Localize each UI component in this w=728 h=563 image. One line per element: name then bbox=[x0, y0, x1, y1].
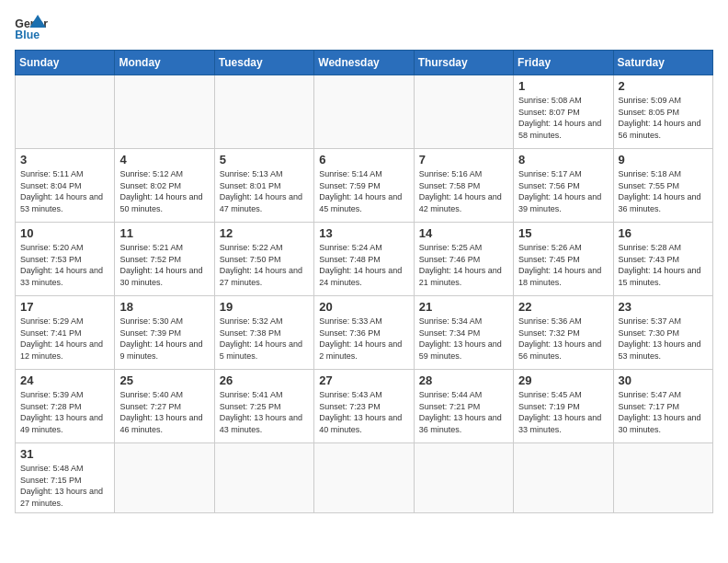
day-number: 19 bbox=[220, 300, 309, 314]
day-info: Sunrise: 5:48 AM Sunset: 7:15 PM Dayligh… bbox=[20, 463, 109, 509]
day-number: 9 bbox=[619, 153, 708, 167]
day-number: 24 bbox=[20, 373, 109, 387]
calendar-cell: 29Sunrise: 5:45 AM Sunset: 7:19 PM Dayli… bbox=[514, 370, 613, 443]
calendar-cell bbox=[115, 443, 214, 513]
day-number: 26 bbox=[220, 373, 309, 387]
calendar-cell: 6Sunrise: 5:14 AM Sunset: 7:59 PM Daylig… bbox=[314, 149, 414, 223]
day-info: Sunrise: 5:20 AM Sunset: 7:53 PM Dayligh… bbox=[20, 242, 109, 288]
calendar-cell: 8Sunrise: 5:17 AM Sunset: 7:56 PM Daylig… bbox=[514, 149, 613, 223]
day-info: Sunrise: 5:21 AM Sunset: 7:52 PM Dayligh… bbox=[119, 242, 209, 288]
day-info: Sunrise: 5:09 AM Sunset: 8:05 PM Dayligh… bbox=[619, 95, 708, 141]
weekday-header-tuesday: Tuesday bbox=[214, 51, 313, 75]
calendar-week-row: 3Sunrise: 5:11 AM Sunset: 8:04 PM Daylig… bbox=[16, 149, 713, 223]
calendar-week-row: 10Sunrise: 5:20 AM Sunset: 7:53 PM Dayli… bbox=[16, 223, 713, 296]
calendar-cell: 22Sunrise: 5:36 AM Sunset: 7:32 PM Dayli… bbox=[514, 296, 613, 370]
logo-icon: General Blue bbox=[15, 15, 48, 42]
day-info: Sunrise: 5:25 AM Sunset: 7:46 PM Dayligh… bbox=[419, 242, 508, 288]
calendar-cell bbox=[514, 443, 613, 513]
page-header: General Blue bbox=[15, 15, 713, 42]
day-number: 23 bbox=[619, 300, 708, 314]
day-info: Sunrise: 5:33 AM Sunset: 7:36 PM Dayligh… bbox=[319, 316, 408, 362]
day-info: Sunrise: 5:08 AM Sunset: 8:07 PM Dayligh… bbox=[518, 95, 608, 141]
day-number: 10 bbox=[20, 226, 109, 240]
day-number: 7 bbox=[419, 153, 508, 167]
day-info: Sunrise: 5:12 AM Sunset: 8:02 PM Dayligh… bbox=[119, 168, 209, 214]
day-info: Sunrise: 5:29 AM Sunset: 7:41 PM Dayligh… bbox=[20, 316, 109, 362]
calendar-cell bbox=[314, 443, 414, 513]
day-info: Sunrise: 5:17 AM Sunset: 7:56 PM Dayligh… bbox=[518, 168, 608, 214]
calendar-cell: 26Sunrise: 5:41 AM Sunset: 7:25 PM Dayli… bbox=[214, 370, 313, 443]
day-number: 29 bbox=[518, 373, 608, 387]
day-number: 21 bbox=[419, 300, 508, 314]
day-number: 12 bbox=[220, 226, 309, 240]
day-number: 25 bbox=[119, 373, 209, 387]
calendar-cell: 23Sunrise: 5:37 AM Sunset: 7:30 PM Dayli… bbox=[613, 296, 712, 370]
day-info: Sunrise: 5:16 AM Sunset: 7:58 PM Dayligh… bbox=[419, 168, 508, 214]
weekday-header-monday: Monday bbox=[115, 51, 214, 75]
calendar-week-row: 24Sunrise: 5:39 AM Sunset: 7:28 PM Dayli… bbox=[16, 370, 713, 443]
calendar-cell: 4Sunrise: 5:12 AM Sunset: 8:02 PM Daylig… bbox=[115, 149, 214, 223]
day-number: 22 bbox=[518, 300, 608, 314]
weekday-header-friday: Friday bbox=[514, 51, 613, 75]
day-number: 18 bbox=[119, 300, 209, 314]
calendar-cell: 31Sunrise: 5:48 AM Sunset: 7:15 PM Dayli… bbox=[16, 443, 115, 513]
calendar-cell bbox=[115, 75, 214, 149]
day-number: 5 bbox=[220, 153, 309, 167]
day-number: 13 bbox=[319, 226, 408, 240]
calendar-cell bbox=[214, 75, 313, 149]
day-info: Sunrise: 5:45 AM Sunset: 7:19 PM Dayligh… bbox=[518, 389, 608, 435]
day-info: Sunrise: 5:37 AM Sunset: 7:30 PM Dayligh… bbox=[619, 316, 708, 362]
calendar-cell: 21Sunrise: 5:34 AM Sunset: 7:34 PM Dayli… bbox=[414, 296, 513, 370]
day-number: 17 bbox=[20, 300, 109, 314]
day-number: 20 bbox=[319, 300, 408, 314]
calendar-week-row: 31Sunrise: 5:48 AM Sunset: 7:15 PM Dayli… bbox=[16, 443, 713, 513]
day-info: Sunrise: 5:18 AM Sunset: 7:55 PM Dayligh… bbox=[619, 168, 708, 214]
calendar-cell bbox=[414, 75, 513, 149]
day-info: Sunrise: 5:39 AM Sunset: 7:28 PM Dayligh… bbox=[20, 389, 109, 435]
day-number: 14 bbox=[419, 226, 508, 240]
day-info: Sunrise: 5:30 AM Sunset: 7:39 PM Dayligh… bbox=[119, 316, 209, 362]
weekday-header-thursday: Thursday bbox=[414, 51, 513, 75]
day-info: Sunrise: 5:22 AM Sunset: 7:50 PM Dayligh… bbox=[220, 242, 309, 288]
calendar-cell: 3Sunrise: 5:11 AM Sunset: 8:04 PM Daylig… bbox=[16, 149, 115, 223]
day-info: Sunrise: 5:47 AM Sunset: 7:17 PM Dayligh… bbox=[619, 389, 708, 435]
calendar-cell bbox=[613, 443, 712, 513]
calendar-week-row: 17Sunrise: 5:29 AM Sunset: 7:41 PM Dayli… bbox=[16, 296, 713, 370]
calendar-cell: 18Sunrise: 5:30 AM Sunset: 7:39 PM Dayli… bbox=[115, 296, 214, 370]
calendar-cell: 28Sunrise: 5:44 AM Sunset: 7:21 PM Dayli… bbox=[414, 370, 513, 443]
day-info: Sunrise: 5:13 AM Sunset: 8:01 PM Dayligh… bbox=[220, 168, 309, 214]
calendar-cell: 11Sunrise: 5:21 AM Sunset: 7:52 PM Dayli… bbox=[115, 223, 214, 296]
calendar-cell: 9Sunrise: 5:18 AM Sunset: 7:55 PM Daylig… bbox=[613, 149, 712, 223]
day-number: 28 bbox=[419, 373, 508, 387]
calendar-cell: 15Sunrise: 5:26 AM Sunset: 7:45 PM Dayli… bbox=[514, 223, 613, 296]
day-number: 30 bbox=[619, 373, 708, 387]
day-info: Sunrise: 5:43 AM Sunset: 7:23 PM Dayligh… bbox=[319, 389, 408, 435]
day-number: 31 bbox=[20, 447, 109, 461]
calendar-cell bbox=[414, 443, 513, 513]
day-number: 3 bbox=[20, 153, 109, 167]
calendar-cell: 20Sunrise: 5:33 AM Sunset: 7:36 PM Dayli… bbox=[314, 296, 414, 370]
day-info: Sunrise: 5:24 AM Sunset: 7:48 PM Dayligh… bbox=[319, 242, 408, 288]
calendar-cell: 17Sunrise: 5:29 AM Sunset: 7:41 PM Dayli… bbox=[16, 296, 115, 370]
calendar-table: SundayMondayTuesdayWednesdayThursdayFrid… bbox=[15, 50, 713, 513]
day-info: Sunrise: 5:26 AM Sunset: 7:45 PM Dayligh… bbox=[518, 242, 608, 288]
calendar-cell: 2Sunrise: 5:09 AM Sunset: 8:05 PM Daylig… bbox=[613, 75, 712, 149]
calendar-cell: 7Sunrise: 5:16 AM Sunset: 7:58 PM Daylig… bbox=[414, 149, 513, 223]
day-info: Sunrise: 5:11 AM Sunset: 8:04 PM Dayligh… bbox=[20, 168, 109, 214]
day-info: Sunrise: 5:44 AM Sunset: 7:21 PM Dayligh… bbox=[419, 389, 508, 435]
logo: General Blue bbox=[15, 15, 48, 42]
calendar-week-row: 1Sunrise: 5:08 AM Sunset: 8:07 PM Daylig… bbox=[16, 75, 713, 149]
day-info: Sunrise: 5:32 AM Sunset: 7:38 PM Dayligh… bbox=[220, 316, 309, 362]
weekday-header-row: SundayMondayTuesdayWednesdayThursdayFrid… bbox=[16, 51, 713, 75]
calendar-cell: 19Sunrise: 5:32 AM Sunset: 7:38 PM Dayli… bbox=[214, 296, 313, 370]
day-number: 15 bbox=[518, 226, 608, 240]
day-number: 6 bbox=[319, 153, 408, 167]
calendar-cell bbox=[314, 75, 414, 149]
day-info: Sunrise: 5:36 AM Sunset: 7:32 PM Dayligh… bbox=[518, 316, 608, 362]
day-number: 1 bbox=[518, 79, 608, 93]
day-info: Sunrise: 5:28 AM Sunset: 7:43 PM Dayligh… bbox=[619, 242, 708, 288]
calendar-cell: 27Sunrise: 5:43 AM Sunset: 7:23 PM Dayli… bbox=[314, 370, 414, 443]
day-number: 2 bbox=[619, 79, 708, 93]
day-number: 8 bbox=[518, 153, 608, 167]
calendar-cell bbox=[214, 443, 313, 513]
